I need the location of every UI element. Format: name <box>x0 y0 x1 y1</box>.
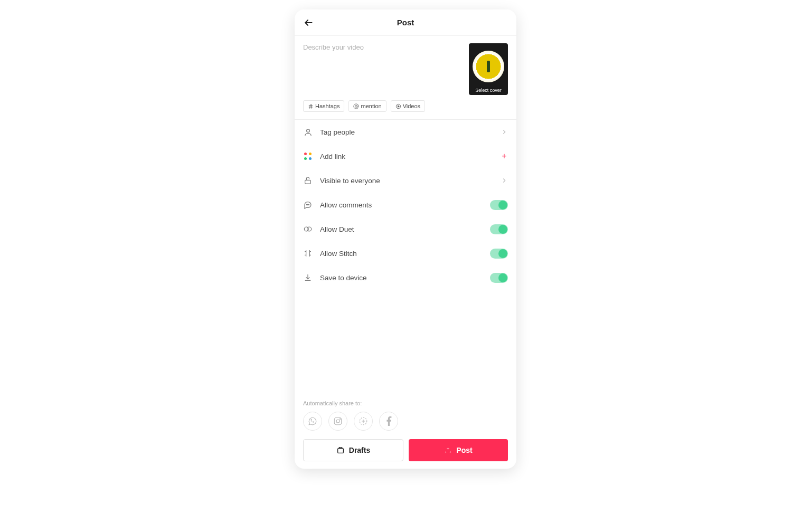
play-circle-icon <box>395 103 401 109</box>
share-row <box>303 412 508 431</box>
save-device-toggle[interactable] <box>490 273 508 283</box>
footer: Automatically share to: Drafts Post <box>295 395 516 469</box>
post-button-label: Post <box>456 446 472 454</box>
svg-point-11 <box>307 204 308 205</box>
allow-duet-label: Allow Duet <box>320 225 483 233</box>
svg-line-4 <box>311 104 312 108</box>
drafts-icon <box>336 446 345 454</box>
page-title: Post <box>397 18 414 27</box>
chip-row: Hashtags mention Videos <box>303 100 508 112</box>
chevron-right-icon <box>501 128 508 136</box>
svg-line-3 <box>310 104 310 108</box>
drafts-button-label: Drafts <box>349 446 370 454</box>
svg-point-8 <box>306 129 309 132</box>
select-cover-button[interactable]: Select cover <box>469 43 508 95</box>
svg-marker-7 <box>398 105 399 107</box>
share-label: Automatically share to: <box>303 400 508 406</box>
visibility-row[interactable]: Visible to everyone <box>303 168 508 193</box>
add-link-row[interactable]: Add link + <box>303 144 508 168</box>
instagram-icon <box>333 416 343 426</box>
svg-point-14 <box>307 227 312 231</box>
duet-icon <box>303 225 313 233</box>
svg-point-16 <box>336 420 340 423</box>
share-instagram-button[interactable] <box>328 412 347 431</box>
allow-stitch-row: Allow Stitch <box>303 241 508 265</box>
unlock-icon <box>304 176 312 185</box>
plus-icon: + <box>501 151 508 161</box>
button-row: Drafts Post <box>303 439 508 461</box>
videos-chip[interactable]: Videos <box>391 100 425 112</box>
allow-comments-row: Allow comments <box>303 193 508 217</box>
content-area: Select cover Hashtags mention Videos <box>295 36 516 395</box>
facebook-icon <box>386 416 392 426</box>
chevron-right-icon <box>501 177 508 184</box>
add-link-label: Add link <box>320 153 493 160</box>
share-facebook-button[interactable] <box>379 412 398 431</box>
hash-icon <box>308 103 314 109</box>
visibility-label: Visible to everyone <box>320 177 493 185</box>
tag-people-row[interactable]: Tag people <box>303 120 508 144</box>
post-button[interactable]: Post <box>409 439 508 461</box>
allow-stitch-toggle[interactable] <box>490 249 508 259</box>
svg-point-17 <box>340 419 341 420</box>
tag-people-label: Tag people <box>320 128 493 136</box>
cover-thumbnail <box>473 51 504 82</box>
phone-frame: Post Select cover Hashtags mention <box>295 10 516 469</box>
mention-chip-label: mention <box>361 103 381 109</box>
share-whatsapp-button[interactable] <box>303 412 322 431</box>
drafts-button[interactable]: Drafts <box>303 439 403 461</box>
back-button[interactable] <box>299 13 318 32</box>
svg-point-5 <box>355 105 357 107</box>
sparkle-icon <box>444 446 452 454</box>
cover-garnish-icon <box>487 61 490 72</box>
allow-stitch-label: Allow Stitch <box>320 250 483 258</box>
comment-icon <box>304 201 312 209</box>
allow-comments-toggle[interactable] <box>490 200 508 210</box>
svg-rect-21 <box>337 449 343 453</box>
add-story-icon <box>359 416 368 426</box>
stitch-icon <box>304 249 312 258</box>
cover-label: Select cover <box>469 88 508 93</box>
caption-row: Select cover <box>303 43 508 95</box>
allow-duet-row: Allow Duet <box>303 217 508 241</box>
save-device-row: Save to device <box>303 265 508 290</box>
allow-duet-toggle[interactable] <box>490 224 508 234</box>
header: Post <box>295 10 516 36</box>
person-icon <box>304 128 313 137</box>
at-icon <box>353 103 359 109</box>
svg-point-10 <box>306 204 307 205</box>
download-icon <box>304 273 312 282</box>
options-list: Tag people Add link + Visible to everyon… <box>303 120 508 290</box>
svg-rect-9 <box>305 180 311 184</box>
save-device-label: Save to device <box>320 274 483 282</box>
hashtags-chip-label: Hashtags <box>315 103 340 109</box>
allow-comments-label: Allow comments <box>320 201 483 209</box>
mention-chip[interactable]: mention <box>348 100 386 112</box>
arrow-left-icon <box>303 17 314 28</box>
whatsapp-icon <box>308 416 317 426</box>
spacer <box>303 290 508 395</box>
apps-icon <box>304 153 312 160</box>
caption-input[interactable] <box>303 43 463 91</box>
hashtags-chip[interactable]: Hashtags <box>303 100 344 112</box>
svg-point-12 <box>308 204 309 205</box>
share-story-button[interactable] <box>354 412 373 431</box>
videos-chip-label: Videos <box>403 103 420 109</box>
